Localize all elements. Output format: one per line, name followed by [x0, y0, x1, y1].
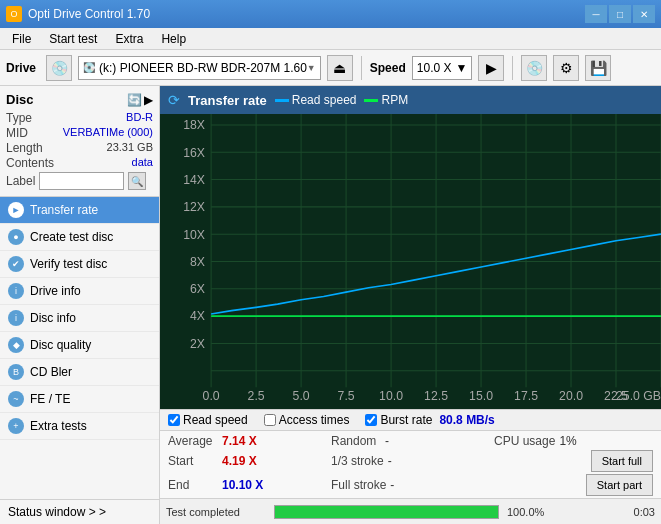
- eject-button[interactable]: ⏏: [327, 55, 353, 81]
- svg-text:7.5: 7.5: [338, 389, 355, 403]
- burst-rate-checkbox[interactable]: [365, 414, 377, 426]
- sidebar-item-label: Disc quality: [30, 338, 91, 352]
- svg-text:12X: 12X: [183, 200, 205, 214]
- disc-length-label: Length: [6, 141, 43, 155]
- content-area: ⟳ Transfer rate Read speed RPM: [160, 86, 661, 524]
- stat-full-stroke-row: Full stroke -: [331, 474, 490, 496]
- rpm-legend-color: [364, 99, 378, 102]
- stat-start-part-row: Start part: [494, 474, 653, 496]
- sidebar-item-label: Verify test disc: [30, 257, 107, 271]
- svg-text:20.0: 20.0: [559, 389, 583, 403]
- disc-label-btn[interactable]: 🔍: [128, 172, 146, 190]
- menubar: File Start test Extra Help: [0, 28, 661, 50]
- close-button[interactable]: ✕: [633, 5, 655, 23]
- app-icon: O: [6, 6, 22, 22]
- drive-select[interactable]: 💽 (k:) PIONEER BD-RW BDR-207M 1.60 ▼: [78, 56, 321, 80]
- read-speed-legend-color: [275, 99, 289, 102]
- verify-test-disc-icon: ✔: [8, 256, 24, 272]
- toolbar: Drive 💿 💽 (k:) PIONEER BD-RW BDR-207M 1.…: [0, 50, 661, 86]
- start-part-button[interactable]: Start part: [586, 474, 653, 496]
- titlebar: O Opti Drive Control 1.70 ─ □ ✕: [0, 0, 661, 28]
- disc-icons: 🔄 ▶: [127, 93, 153, 107]
- stat-start-full-row: Start full: [494, 450, 653, 472]
- disc-mid-value: VERBATIMe (000): [63, 126, 153, 140]
- maximize-button[interactable]: □: [609, 5, 631, 23]
- stat-cpu-label: CPU usage: [494, 434, 555, 448]
- disc-info-icon[interactable]: ▶: [144, 93, 153, 107]
- play-button[interactable]: ▶: [478, 55, 504, 81]
- svg-text:6X: 6X: [190, 282, 206, 296]
- svg-text:10X: 10X: [183, 227, 205, 241]
- start-full-button[interactable]: Start full: [591, 450, 653, 472]
- read-speed-checkbox[interactable]: [168, 414, 180, 426]
- chart-controls: Read speed Access times Burst rate 80.8 …: [160, 409, 661, 430]
- sidebar-item-verify-test-disc[interactable]: ✔ Verify test disc: [0, 251, 159, 278]
- menu-start-test[interactable]: Start test: [41, 30, 105, 48]
- disc-mid-row: MID VERBATIMe (000): [6, 126, 153, 140]
- stat-random-label: Random: [331, 434, 381, 448]
- progress-percent: 100.0%: [507, 506, 607, 518]
- save-button[interactable]: 💾: [585, 55, 611, 81]
- read-speed-legend-label: Read speed: [292, 93, 357, 107]
- drive-icon-btn[interactable]: 💿: [46, 55, 72, 81]
- svg-text:0.0: 0.0: [203, 389, 220, 403]
- disc-label-row: Label 🔍: [6, 172, 153, 190]
- sidebar-item-fe-te[interactable]: ~ FE / TE: [0, 386, 159, 413]
- stat-full-stroke-value: -: [390, 478, 394, 492]
- stat-cpu-value: 1%: [559, 434, 576, 448]
- sidebar-item-transfer-rate[interactable]: ► Transfer rate: [0, 197, 159, 224]
- cd-bler-icon: B: [8, 364, 24, 380]
- speed-dropdown-arrow: ▼: [456, 61, 468, 75]
- disc-button[interactable]: 💿: [521, 55, 547, 81]
- sidebar-item-disc-quality[interactable]: ◆ Disc quality: [0, 332, 159, 359]
- stat-average-label: Average: [168, 434, 218, 448]
- sidebar-item-disc-info[interactable]: i Disc info: [0, 305, 159, 332]
- sidebar-item-label: Disc info: [30, 311, 76, 325]
- disc-contents-row: Contents data: [6, 156, 153, 170]
- titlebar-controls: ─ □ ✕: [585, 5, 655, 23]
- access-times-checkbox[interactable]: [264, 414, 276, 426]
- minimize-button[interactable]: ─: [585, 5, 607, 23]
- rpm-legend: RPM: [364, 93, 408, 107]
- speed-select[interactable]: 10.0 X ▼: [412, 56, 473, 80]
- speed-label: Speed: [370, 61, 406, 75]
- disc-mid-label: MID: [6, 126, 28, 140]
- status-window-button[interactable]: Status window > >: [0, 499, 159, 524]
- stat-random-row: Random -: [331, 434, 490, 448]
- sidebar-item-label: Create test disc: [30, 230, 113, 244]
- disc-panel: Disc 🔄 ▶ Type BD-R MID VERBATIMe (000) L…: [0, 86, 159, 197]
- sidebar-item-extra-tests[interactable]: + Extra tests: [0, 413, 159, 440]
- burst-rate-checkbox-label: Burst rate: [380, 413, 432, 427]
- access-times-checkbox-item: Access times: [264, 413, 350, 427]
- drive-label: Drive: [6, 61, 36, 75]
- disc-type-label: Type: [6, 111, 32, 125]
- settings-button[interactable]: ⚙: [553, 55, 579, 81]
- disc-header: Disc 🔄 ▶: [6, 92, 153, 107]
- sidebar-item-label: Drive info: [30, 284, 81, 298]
- create-test-disc-icon: ●: [8, 229, 24, 245]
- sidebar-item-cd-bler[interactable]: B CD Bler: [0, 359, 159, 386]
- menu-file[interactable]: File: [4, 30, 39, 48]
- svg-text:14X: 14X: [183, 173, 205, 187]
- disc-label-label: Label: [6, 174, 35, 188]
- access-times-checkbox-label: Access times: [279, 413, 350, 427]
- drive-select-icon: 💽: [83, 62, 95, 73]
- disc-label-input[interactable]: [39, 172, 124, 190]
- time-elapsed: 0:03: [615, 506, 655, 518]
- sidebar-item-drive-info[interactable]: i Drive info: [0, 278, 159, 305]
- stat-random-value: -: [385, 434, 389, 448]
- disc-refresh-icon[interactable]: 🔄: [127, 93, 142, 107]
- menu-extra[interactable]: Extra: [107, 30, 151, 48]
- drive-dropdown-arrow: ▼: [307, 63, 316, 73]
- disc-length-row: Length 23.31 GB: [6, 141, 153, 155]
- svg-text:16X: 16X: [183, 145, 205, 159]
- disc-contents-value: data: [132, 156, 153, 170]
- menu-help[interactable]: Help: [153, 30, 194, 48]
- burst-rate-checkbox-item: Burst rate 80.8 MB/s: [365, 413, 494, 427]
- transfer-rate-icon: ►: [8, 202, 24, 218]
- nav-items: ► Transfer rate ● Create test disc ✔ Ver…: [0, 197, 159, 499]
- sidebar-item-create-test-disc[interactable]: ● Create test disc: [0, 224, 159, 251]
- sidebar-item-label: CD Bler: [30, 365, 72, 379]
- svg-text:8X: 8X: [190, 255, 206, 269]
- svg-text:12.5: 12.5: [424, 389, 448, 403]
